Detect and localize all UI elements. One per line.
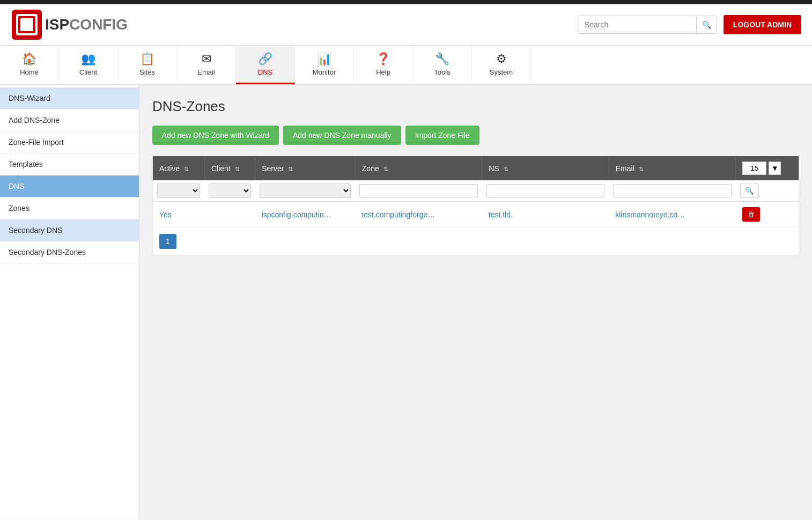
per-page-dropdown[interactable]: ▼: [769, 162, 781, 175]
col-perpage: ▼: [736, 156, 799, 180]
sidebar: DNS-WizardAdd DNS-ZoneZone-File ImportTe…: [0, 85, 139, 519]
nav-label-dns: DNS: [258, 68, 272, 76]
filter-ns-input[interactable]: [486, 184, 604, 197]
active-link[interactable]: Yes: [159, 210, 172, 219]
topbar: [0, 0, 812, 4]
nav-item-email[interactable]: ✉Email: [177, 46, 236, 84]
filter-active-select[interactable]: Yes No: [157, 184, 200, 198]
nav-item-sites[interactable]: 📋Sites: [118, 46, 177, 84]
logo-svg-icon: [11, 9, 43, 41]
add-dns-manual-button[interactable]: Add new DNS Zone manually: [283, 126, 401, 145]
email-link[interactable]: klinsmannoteyo.co…: [615, 210, 685, 219]
cell-email: klinsmannoteyo.co…: [609, 202, 735, 228]
sort-client-icon: ⇅: [235, 166, 240, 173]
col-zone[interactable]: Zone ⇅: [355, 156, 482, 180]
cell-client: [204, 202, 255, 228]
sidebar-item-dns-wizard[interactable]: DNS-Wizard: [0, 87, 139, 109]
dns-table-container: Active ⇅ Client ⇅ Server ⇅ Zone ⇅ NS ⇅ E…: [152, 156, 799, 256]
nav-item-monitor[interactable]: 📊Monitor: [295, 46, 354, 84]
nav-label-monitor: Monitor: [313, 68, 336, 76]
nav-item-help[interactable]: ❓Help: [354, 46, 413, 84]
nav-icon-system: ⚙: [496, 52, 507, 66]
nav-label-sites: Sites: [139, 68, 155, 76]
main-content: DNS-Zones Add new DNS Zone with Wizard A…: [139, 85, 812, 519]
col-active[interactable]: Active ⇅: [153, 156, 204, 180]
filter-server: [255, 180, 356, 202]
filter-client: [204, 180, 255, 202]
nav-icon-help: ❓: [376, 52, 390, 66]
sidebar-item-add-dns-zone[interactable]: Add DNS-Zone: [0, 109, 139, 131]
nav-item-dns[interactable]: 🔗DNS: [236, 46, 295, 84]
delete-row-button[interactable]: 🗑: [742, 207, 760, 222]
sidebar-item-secondary-dns-zones[interactable]: Secondary DNS-Zones: [0, 241, 139, 263]
filter-email: [609, 180, 735, 202]
zone-link[interactable]: test.computingforge…: [361, 210, 435, 219]
sort-ns-icon: ⇅: [504, 166, 508, 173]
sort-zone-icon: ⇅: [383, 166, 388, 173]
sidebar-item-secondary-dns[interactable]: Secondary DNS: [0, 219, 139, 241]
search-input[interactable]: [578, 16, 696, 33]
nav-label-home: Home: [20, 68, 39, 76]
per-page-input[interactable]: [742, 162, 766, 175]
col-server[interactable]: Server ⇅: [255, 156, 356, 180]
cell-server: ispconfig.computin…: [255, 202, 356, 228]
sidebar-item-zones[interactable]: Zones: [0, 197, 139, 219]
logo-text: ISPCONFIG: [45, 16, 128, 33]
per-page-area: ▼: [742, 162, 792, 175]
import-zone-button[interactable]: Import Zone File: [405, 126, 479, 145]
nav-item-client[interactable]: 👥Client: [59, 46, 118, 84]
nav-icon-monitor: 📊: [317, 52, 331, 66]
pagination: 1: [153, 228, 799, 255]
server-link[interactable]: ispconfig.computin…: [262, 210, 331, 219]
cell-zone: test.computingforge…: [355, 202, 482, 228]
page-1-button[interactable]: 1: [159, 234, 176, 249]
nav-item-tools[interactable]: 🔧Tools: [413, 46, 472, 84]
sort-email-icon: ⇅: [639, 166, 644, 173]
cell-ns: test.tld.: [482, 202, 609, 228]
content: DNS-WizardAdd DNS-ZoneZone-File ImportTe…: [0, 85, 812, 519]
col-ns[interactable]: NS ⇅: [482, 156, 609, 180]
filter-zone-input[interactable]: [359, 184, 477, 197]
logout-button[interactable]: LOGOUT ADMIN: [724, 15, 801, 34]
filter-email-input[interactable]: [613, 184, 731, 197]
add-dns-wizard-button[interactable]: Add new DNS Zone with Wizard: [152, 126, 279, 145]
nav-icon-home: 🏠: [22, 52, 36, 66]
logo[interactable]: ISPCONFIG: [11, 9, 128, 41]
sidebar-item-dns[interactable]: DNS: [0, 175, 139, 197]
header: ISPCONFIG 🔍 LOGOUT ADMIN: [0, 4, 812, 46]
nav-label-system: System: [490, 68, 513, 76]
table-header-row: Active ⇅ Client ⇅ Server ⇅ Zone ⇅ NS ⇅ E…: [153, 156, 799, 180]
nav-icon-tools: 🔧: [435, 52, 449, 66]
filter-client-select[interactable]: [209, 184, 250, 198]
filter-search-button[interactable]: 🔍: [740, 184, 759, 198]
filter-ns: [482, 180, 609, 202]
col-email[interactable]: Email ⇅: [609, 156, 735, 180]
search-box: 🔍: [578, 16, 717, 34]
filter-zone: [355, 180, 482, 202]
col-client[interactable]: Client ⇅: [204, 156, 255, 180]
filter-server-select[interactable]: [260, 184, 351, 198]
nav-item-system[interactable]: ⚙System: [472, 46, 531, 84]
cell-actions: 🗑: [736, 202, 799, 228]
svg-rect-3: [20, 18, 33, 31]
navbar: 🏠Home👥Client📋Sites✉Email🔗DNS📊Monitor❓Hel…: [0, 46, 812, 85]
nav-label-email: Email: [197, 68, 215, 76]
sort-active-icon: ⇅: [184, 166, 189, 173]
cell-active: Yes: [153, 202, 204, 228]
nav-icon-client: 👥: [81, 52, 95, 66]
sidebar-item-templates[interactable]: Templates: [0, 153, 139, 175]
nav-icon-email: ✉: [202, 52, 211, 66]
sort-server-icon: ⇅: [288, 166, 293, 173]
table-body: Yes ispconfig.computin… test.computingfo…: [153, 202, 799, 228]
ns-link[interactable]: test.tld.: [489, 210, 513, 219]
page-title: DNS-Zones: [152, 98, 799, 115]
dns-zones-table: Active ⇅ Client ⇅ Server ⇅ Zone ⇅ NS ⇅ E…: [153, 156, 799, 228]
nav-icon-dns: 🔗: [258, 52, 272, 66]
sidebar-item-zone-file-import[interactable]: Zone-File Import: [0, 131, 139, 153]
nav-item-home[interactable]: 🏠Home: [0, 46, 59, 84]
nav-label-tools: Tools: [434, 68, 450, 76]
table-row: Yes ispconfig.computin… test.computingfo…: [153, 202, 799, 228]
header-right: 🔍 LOGOUT ADMIN: [578, 15, 801, 34]
search-button[interactable]: 🔍: [696, 16, 717, 33]
nav-label-client: Client: [79, 68, 97, 76]
